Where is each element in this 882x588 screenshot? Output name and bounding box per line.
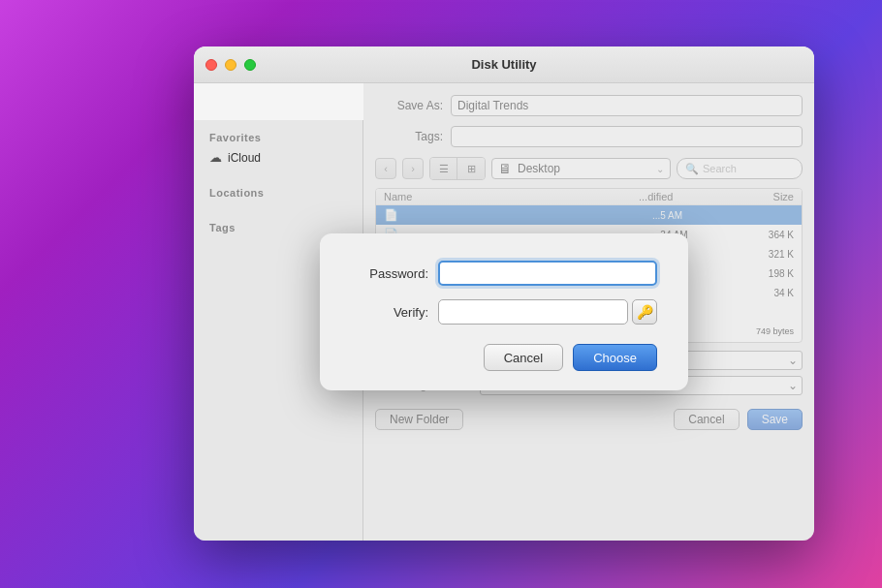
mac-window: Disk Utility Favorites ☁ iCloud Location… xyxy=(194,46,814,541)
pwd-cancel-button[interactable]: Cancel xyxy=(484,344,563,371)
sidebar-favorites-header: Favorites xyxy=(194,128,362,147)
title-bar: Disk Utility xyxy=(194,46,814,83)
pwd-choose-button[interactable]: Choose xyxy=(573,344,657,371)
sidebar-locations-section: Locations xyxy=(194,175,362,210)
icloud-icon: ☁ xyxy=(209,150,222,165)
password-input[interactable] xyxy=(438,261,657,286)
maximize-button[interactable] xyxy=(244,59,256,71)
window-title: Disk Utility xyxy=(471,57,536,72)
close-button[interactable] xyxy=(205,59,217,71)
key-button[interactable]: 🔑 xyxy=(632,299,657,325)
sidebar-item-icloud-label: iCloud xyxy=(228,151,261,165)
verify-label: Verify: xyxy=(351,305,438,320)
minimize-button[interactable] xyxy=(225,59,236,71)
sidebar-locations-header: Locations xyxy=(194,183,362,202)
password-dialog: Password: Verify: 🔑 Cancel Choose xyxy=(320,233,688,390)
sidebar-item-icloud[interactable]: ☁ iCloud xyxy=(194,147,362,168)
password-row: Password: xyxy=(351,261,657,286)
password-label: Password: xyxy=(351,266,438,281)
verify-row: Verify: 🔑 xyxy=(351,299,657,325)
password-dialog-buttons: Cancel Choose xyxy=(351,344,657,371)
sidebar-favorites-section: Favorites ☁ iCloud xyxy=(194,120,362,175)
verify-input[interactable] xyxy=(438,299,628,325)
traffic-lights xyxy=(205,59,256,71)
window-body: Favorites ☁ iCloud Locations Tags Save A… xyxy=(194,83,814,541)
verify-input-wrap: 🔑 xyxy=(438,299,657,325)
